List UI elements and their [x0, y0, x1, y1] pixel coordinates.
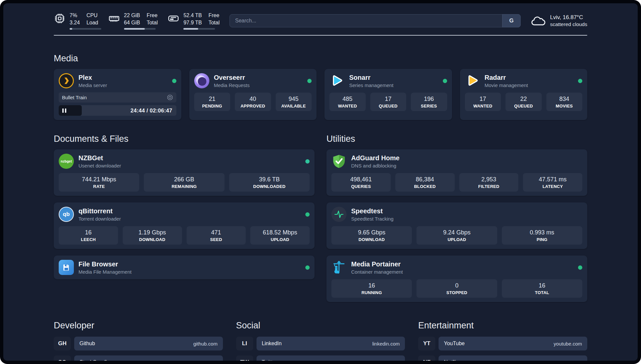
- stat-value: 9.24 Gbps: [418, 229, 495, 236]
- ram-label-2: Total: [147, 19, 158, 26]
- service-subtitle: DNS and adblocking: [351, 163, 400, 168]
- bookmarks-entertainment: Entertainment YT YouTubeyoutube.com NF N…: [418, 320, 587, 361]
- stat-tile: 196SERIES: [411, 93, 447, 111]
- stat-value: 485: [331, 96, 364, 103]
- section-title-media: Media: [54, 53, 587, 64]
- service-card-portainer[interactable]: Media Portainer Container management 16R…: [326, 256, 587, 302]
- stat-value: 498,461: [333, 176, 389, 183]
- stat-label: DOWNLOAD: [333, 237, 410, 242]
- service-subtitle: Media server: [78, 82, 107, 88]
- documents-column: Documents & Files nzbget NZBGet Usenet d…: [54, 134, 315, 302]
- service-card-filebrowser[interactable]: File Browser Media File Management: [54, 256, 315, 279]
- stat-label: QUERIES: [333, 184, 389, 189]
- bookmark-name: LinkedIn: [262, 341, 282, 347]
- header-divider: [54, 35, 587, 36]
- stat-value: 618.52 Mbps: [252, 229, 308, 236]
- service-card-sonarr[interactable]: Sonarr Series management 485WANTED 17QUE…: [324, 69, 452, 120]
- stat-tile: 471SEED: [187, 226, 246, 245]
- bookmark-url: netflix.com: [558, 360, 582, 361]
- stat-tile: 22QUEUED: [505, 93, 542, 111]
- section-title-developer: Developer: [54, 320, 223, 331]
- service-card-speedtest[interactable]: Speedtest Speedtest Tracking 9.65 GbpsDO…: [326, 202, 587, 249]
- stat-tile: 47.571 msLATENCY: [523, 173, 582, 192]
- bookmark-name: Github: [79, 341, 95, 347]
- stat-label: REMAINING: [146, 184, 222, 189]
- disk-icon: [168, 13, 179, 24]
- bookmark-github[interactable]: GH Githubgithub.com: [54, 337, 223, 350]
- service-title: qBittorrent: [78, 207, 121, 215]
- status-dot: [578, 265, 582, 270]
- disk-free-value: 52.4 TB: [183, 12, 202, 19]
- stat-label: AVAILABLE: [278, 104, 310, 108]
- cloud-icon: [531, 14, 546, 27]
- bookmark-linkedin[interactable]: LI LinkedInlinkedin.com: [236, 337, 405, 350]
- stat-label: LATENCY: [525, 184, 580, 189]
- service-card-radarr[interactable]: Radarr Movie management 17WANTED 22QUEUE…: [460, 69, 588, 120]
- stat-tile: 485WANTED: [329, 93, 366, 111]
- service-title: NZBGet: [78, 154, 121, 162]
- service-card-adguard[interactable]: AdGuard Home DNS and adblocking 498,461Q…: [326, 149, 587, 196]
- section-title-social: Social: [236, 320, 405, 331]
- service-subtitle: Container management: [351, 269, 403, 275]
- stat-tile: 40APPROVED: [235, 93, 271, 111]
- service-card-qbittorrent[interactable]: qb qBittorrent Torrent downloader 16LEEC…: [54, 202, 315, 249]
- bookmarks-developer: Developer GH Githubgithub.com SO StackOv…: [54, 320, 223, 361]
- bookmark-netflix[interactable]: NF Netflixnetflix.com: [418, 355, 587, 361]
- stat-value: 0: [418, 282, 495, 289]
- stat-value: 744.21 Mbps: [61, 176, 137, 183]
- stat-tile: 17WANTED: [465, 93, 501, 111]
- disk-total-value: 97.9 TB: [183, 19, 202, 26]
- bookmark-name: Netflix: [444, 359, 458, 361]
- window-frame: 7%3.24 CPULoad 22 GiB64 GiB FreeTotal: [0, 0, 641, 364]
- top-bar: 7%3.24 CPULoad 22 GiB64 GiB FreeTotal: [54, 11, 587, 30]
- service-card-nzbget[interactable]: nzbget NZBGet Usenet downloader 744.21 M…: [54, 149, 315, 196]
- stat-tile: 16LEECH: [59, 226, 118, 245]
- pause-icon[interactable]: [62, 108, 66, 113]
- status-dot: [578, 79, 582, 83]
- filebrowser-icon: [59, 260, 74, 275]
- ram-label-1: Free: [147, 12, 158, 19]
- search-input[interactable]: [229, 14, 521, 27]
- stat-tile: 17QUEUED: [370, 93, 407, 111]
- bookmark-youtube[interactable]: YT YouTubeyoutube.com: [418, 337, 587, 350]
- disk-stat: 52.4 TB97.9 TB FreeTotal: [168, 12, 220, 29]
- stat-label: WANTED: [331, 104, 364, 108]
- bookmark-abbr: GH: [54, 337, 71, 350]
- weather-widget: Lviv, 16.87°C scattered clouds: [531, 14, 587, 28]
- playback-progress-bar[interactable]: 24:44 / 02:06:47: [59, 105, 176, 116]
- bookmark-url: stackoverflow.com: [177, 360, 218, 361]
- cpu-icon: [54, 13, 66, 24]
- service-card-plex[interactable]: Plex Media server Bullet Train 24:44 / 0…: [54, 69, 181, 120]
- bookmark-twitter[interactable]: TW Twittertwitter.com: [236, 355, 405, 361]
- bookmark-name: Twitter: [262, 359, 277, 361]
- now-playing-row: Bullet Train: [59, 92, 176, 103]
- stat-tile: 39.6 TBDOWNLOADED: [229, 173, 310, 192]
- bookmark-stackoverflow[interactable]: SO StackOverflowstackoverflow.com: [54, 355, 223, 361]
- overseerr-icon: [194, 73, 209, 88]
- bookmark-url: youtube.com: [554, 341, 582, 347]
- cpu-label-2: Load: [86, 19, 98, 26]
- stat-value: 16: [504, 282, 580, 289]
- disk-label-1: Free: [208, 12, 220, 19]
- stat-value: 2,953: [461, 176, 517, 183]
- dashboard: 7%3.24 CPULoad 22 GiB64 GiB FreeTotal: [3, 3, 638, 361]
- stat-value: 0.993 ms: [504, 229, 580, 236]
- service-title: Speedtest: [351, 207, 393, 215]
- service-card-overseerr[interactable]: Overseerr Media Requests 21PENDING 40APP…: [189, 69, 317, 120]
- search-engine-button[interactable]: G: [502, 14, 521, 27]
- stat-label: BLOCKED: [397, 184, 453, 189]
- disk-label-2: Total: [208, 19, 220, 26]
- stat-tile: 0.993 msPING: [502, 226, 582, 245]
- media-type-icon: [167, 94, 173, 101]
- stat-tile: 21PENDING: [194, 93, 230, 111]
- nzbget-icon: nzbget: [59, 154, 74, 169]
- stat-tile: 266 GBREMAINING: [144, 173, 224, 192]
- stat-value: 1.19 Gbps: [125, 229, 180, 236]
- service-subtitle: Media File Management: [78, 269, 132, 275]
- section-title-documents: Documents & Files: [54, 134, 315, 144]
- stat-value: 834: [548, 96, 581, 103]
- radarr-icon: [465, 73, 480, 88]
- stat-tile: 86,384BLOCKED: [395, 173, 455, 192]
- service-subtitle: Speedtest Tracking: [351, 216, 393, 222]
- service-subtitle: Movie management: [485, 82, 528, 88]
